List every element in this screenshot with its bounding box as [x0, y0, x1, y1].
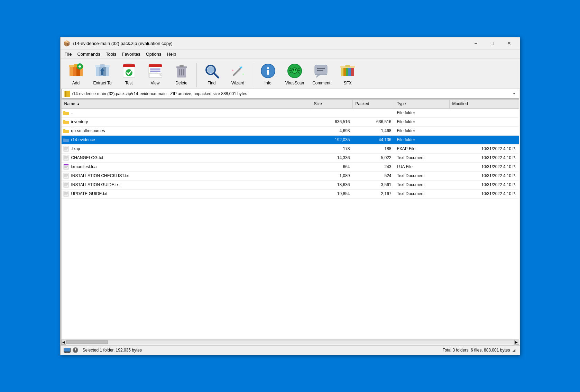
sort-arrow: ▲ [77, 102, 80, 106]
file-packed: 2,167 [353, 191, 394, 196]
table-row[interactable]: qb-smallresources 4,693 1,468 File folde… [62, 127, 519, 136]
svg-rect-83 [64, 164, 68, 165]
wizard-button[interactable]: Wizard [225, 60, 251, 87]
table-row[interactable]: INSTALLATION GUIDE.txt 18,636 3,561 Text… [62, 181, 519, 190]
col-type[interactable]: Type [394, 100, 450, 108]
col-name[interactable]: Name ▲ [62, 100, 311, 108]
table-row[interactable]: .fxap 178 188 FXAP File 10/31/2022 4:10 … [62, 145, 519, 154]
svg-rect-24 [149, 64, 162, 67]
table-row[interactable]: fxmanifest.lua 664 243 LUA File 10/31/20… [62, 163, 519, 172]
virusscan-label: VirusScan [285, 81, 304, 85]
sfx-icon [339, 62, 357, 80]
table-row[interactable]: CHANGELOG.txt 14,336 5,022 Text Document… [62, 154, 519, 163]
file-size: 192,035 [311, 137, 353, 142]
close-button[interactable]: ✕ [501, 38, 517, 48]
test-svg [121, 63, 137, 79]
file-modified: 10/31/2022 4:10 P. [450, 146, 519, 151]
file-name-cell: INSTALLATION GUIDE.txt [62, 182, 311, 188]
view-label: View [151, 81, 160, 85]
file-packed: 188 [353, 146, 394, 151]
svg-rect-62 [341, 66, 343, 76]
path-text: r14-evidence-main (32).pack.zip\r14-evid… [72, 91, 511, 96]
file-type: File folder [394, 137, 450, 142]
file-name: fxmanifest.lua [71, 164, 97, 169]
hscroll-track[interactable] [66, 340, 514, 344]
svg-point-55 [293, 69, 294, 71]
menu-tools[interactable]: Tools [103, 51, 119, 58]
menu-favorites[interactable]: Favorites [119, 51, 143, 58]
comment-button[interactable]: Comment [309, 60, 334, 87]
hscroll-right-button[interactable]: ▶ [514, 340, 519, 345]
maximize-button[interactable]: □ [485, 38, 500, 48]
svg-rect-1 [70, 66, 73, 76]
menu-options[interactable]: Options [143, 51, 164, 58]
svg-rect-72 [65, 91, 66, 97]
svg-marker-41 [231, 69, 234, 72]
test-button[interactable]: Test [116, 60, 142, 87]
menu-help[interactable]: Help [164, 51, 179, 58]
file-size: 19,854 [311, 191, 353, 196]
table-row[interactable]: UPDATE GUIDE.txt 19,854 2,167 Text Docum… [62, 190, 519, 199]
svg-rect-21 [123, 66, 135, 67]
view-button[interactable]: View [142, 60, 168, 87]
menu-file[interactable]: File [62, 51, 75, 58]
file-name-cell: UPDATE GUIDE.txt [62, 191, 311, 197]
status-icon-1 [63, 347, 71, 353]
resize-grip[interactable]: ◢ [512, 348, 517, 353]
svg-rect-65 [348, 66, 351, 76]
file-name: UPDATE GUIDE.txt [71, 191, 108, 196]
table-row[interactable]: .. File folder [62, 109, 519, 118]
status-left: Selected 1 folder, 192,035 bytes [83, 348, 443, 353]
find-label: Find [208, 81, 215, 85]
comment-svg [313, 63, 329, 79]
svg-rect-73 [66, 91, 70, 97]
find-button[interactable]: Find [199, 60, 224, 87]
virusscan-button[interactable]: VirusScan [282, 60, 308, 87]
wizard-label: Wizard [231, 81, 244, 85]
file-modified: 10/31/2022 4:10 P. [450, 155, 519, 160]
file-modified: 10/31/2022 4:10 P. [450, 191, 519, 196]
file-name: CHANGELOG.txt [71, 155, 103, 160]
info-button[interactable]: Info [255, 60, 281, 87]
path-dropdown-button[interactable]: ▼ [511, 91, 517, 97]
extract-button[interactable]: Extract To [90, 60, 116, 87]
table-row[interactable]: r14-evidence 192,035 44,136 File folder [62, 136, 519, 145]
delete-button[interactable]: Delete [169, 60, 194, 87]
file-name: .. [71, 110, 74, 115]
file-icon [63, 128, 69, 134]
menu-commands[interactable]: Commands [74, 51, 103, 58]
file-packed: 44,136 [353, 137, 394, 142]
file-modified: 10/31/2022 4:10 P. [450, 173, 519, 178]
file-name-cell: inventory [62, 119, 311, 125]
hscroll-left-button[interactable]: ◀ [61, 340, 66, 345]
file-name-cell: INSTALLATION CHECKLIST.txt [62, 173, 311, 179]
toolbar-separator-1 [196, 63, 197, 87]
file-modified: 10/31/2022 4:10 P. [450, 164, 519, 169]
status-icons [63, 347, 79, 353]
file-name-cell: .fxap [62, 146, 311, 152]
add-button[interactable]: Add [63, 60, 89, 87]
minimize-button[interactable]: − [468, 38, 484, 48]
file-packed: 636,516 [353, 119, 394, 124]
table-row[interactable]: INSTALLATION CHECKLIST.txt 1,089 524 Tex… [62, 172, 519, 181]
svg-rect-45 [267, 70, 269, 75]
col-modified[interactable]: Modified [450, 100, 519, 108]
file-packed: 243 [353, 164, 394, 169]
info-label: Info [265, 81, 271, 85]
svg-rect-99 [64, 348, 70, 352]
path-zip-icon [63, 90, 71, 98]
svg-rect-100 [66, 352, 68, 353]
col-packed[interactable]: Packed [353, 100, 394, 108]
svg-line-39 [233, 69, 240, 75]
menu-bar: File Commands Tools Favorites Options He… [61, 50, 520, 59]
svg-point-56 [295, 69, 296, 71]
hscroll-thumb[interactable] [66, 340, 108, 344]
file-size: 4,693 [311, 128, 353, 133]
file-type: FXAP File [394, 146, 450, 151]
table-row[interactable]: inventory 636,516 636,516 File folder [62, 118, 519, 127]
svg-rect-34 [181, 69, 182, 75]
toolbar: Add Extract To [61, 59, 520, 89]
col-size[interactable]: Size [311, 100, 353, 108]
svg-rect-35 [183, 69, 184, 75]
sfx-button[interactable]: SFX [335, 60, 360, 87]
